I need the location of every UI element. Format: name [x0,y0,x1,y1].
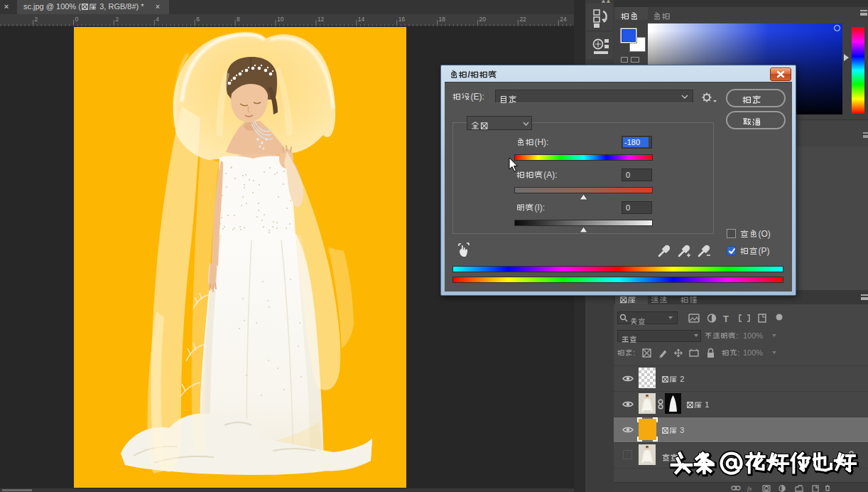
svg-text:22: 22 [519,16,526,23]
svg-text:10: 10 [277,16,284,23]
svg-text:6: 6 [196,16,200,23]
svg-text:T: T [723,314,729,324]
svg-text:18: 18 [439,16,446,23]
svg-text:14: 14 [358,16,365,23]
svg-text:20: 20 [479,16,487,23]
svg-text:2: 2 [115,16,119,23]
svg-text:12: 12 [318,16,325,23]
svg-text:16: 16 [398,16,406,23]
svg-text:4: 4 [156,16,159,23]
svg-text:8: 8 [237,16,240,23]
svg-text:fx: fx [747,485,752,492]
svg-text:0: 0 [75,16,79,23]
svg-text:2: 2 [35,16,38,23]
svg-text:24: 24 [560,16,567,23]
